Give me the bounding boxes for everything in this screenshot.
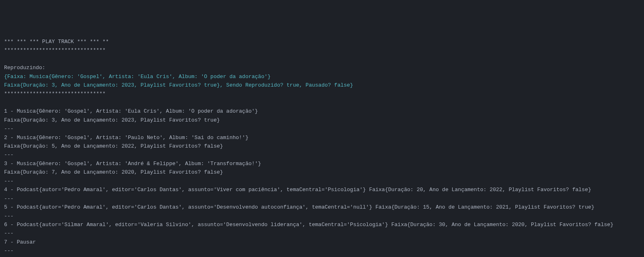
playing-label: Reproduzindo: <box>4 65 45 71</box>
playing-separator: ******************************** <box>4 91 106 97</box>
divider: --- <box>4 152 13 158</box>
track-item-line1: 1 - Musica{Gênero: 'Gospel', Artista: 'E… <box>4 108 258 114</box>
track-item-line2: Faixa{Duração: 7, Ano de Lançamento: 202… <box>4 169 223 175</box>
console-output: *** *** *** PLAY TRACK *** *** ** ******… <box>4 37 640 257</box>
track-item-line2: Faixa{Duração: 5, Ano de Lançamento: 202… <box>4 143 223 149</box>
track-item-line1: 4 - Podcast{autor='Pedro Amaral', editor… <box>4 187 591 193</box>
header-title: *** *** *** PLAY TRACK *** *** ** <box>4 39 109 45</box>
divider: --- <box>4 230 13 236</box>
divider: --- <box>4 126 13 132</box>
divider: --- <box>4 213 13 219</box>
track-item-line1: 3 - Musica{Gênero: 'Gospel', Artista: 'A… <box>4 161 261 167</box>
track-item-line1: 5 - Podcast{autor='Pedro Amaral', editor… <box>4 204 594 210</box>
playing-track-line2: Faixa{Duração: 3, Ano de Lançamento: 202… <box>4 82 353 88</box>
playing-track-line1: {Faixa: Musica{Gênero: 'Gospel', Artista… <box>4 74 271 80</box>
divider: --- <box>4 248 13 254</box>
track-item-line1: 6 - Podcast{autor='Silmar Amaral', edito… <box>4 222 613 228</box>
track-item-line2: Faixa{Duração: 3, Ano de Lançamento: 202… <box>4 117 220 123</box>
divider: --- <box>4 196 13 202</box>
track-item-line1: 2 - Musica{Gênero: 'Gospel', Artista: 'P… <box>4 135 249 141</box>
menu-option: 7 - Pausar <box>4 239 36 245</box>
divider: --- <box>4 178 13 184</box>
header-separator: ******************************** <box>4 47 106 53</box>
